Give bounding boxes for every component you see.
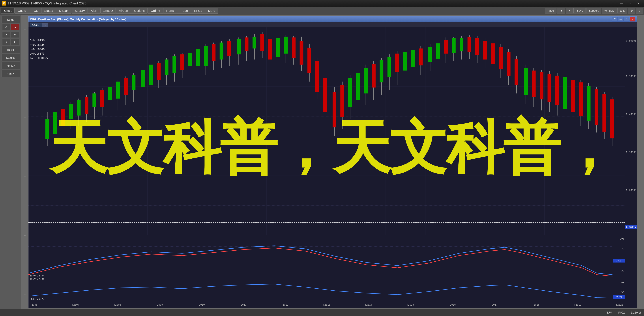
svg-rect-120 bbox=[475, 38, 479, 55]
cross-icon: + bbox=[24, 28, 26, 31]
ctrl-btn-exit[interactable]: Exit bbox=[617, 8, 627, 14]
rescl-button[interactable]: ReScl bbox=[2, 46, 20, 53]
menu-item-quote[interactable]: Quote bbox=[15, 8, 29, 14]
arrow-left2-button[interactable]: ◄ bbox=[2, 39, 10, 45]
ctrl-btn-x[interactable]: ◄ bbox=[557, 8, 565, 14]
ssd-value-label: SSD= 17.46 bbox=[30, 277, 44, 280]
menu-item-ts[interactable]: T&S bbox=[29, 8, 41, 14]
svg-rect-84 bbox=[332, 92, 336, 127]
svg-rect-56 bbox=[220, 43, 224, 60]
svg-rect-74 bbox=[292, 37, 296, 58]
menu-item-news[interactable]: News bbox=[163, 8, 177, 14]
x-label-2010: |2010 bbox=[198, 303, 205, 306]
svg-rect-80 bbox=[315, 61, 319, 92]
chart-minimize-button[interactable]: — bbox=[618, 17, 624, 22]
menu-item-chart[interactable]: Chart bbox=[1, 8, 14, 14]
svg-rect-32 bbox=[124, 78, 128, 95]
svg-rect-68 bbox=[268, 39, 272, 60]
svg-rect-58 bbox=[228, 41, 231, 56]
menu-item-supsrv[interactable]: SupSrv bbox=[72, 8, 88, 14]
ctrl-btn-x[interactable]: ⚙ bbox=[628, 8, 636, 14]
svg-rect-130 bbox=[514, 59, 518, 85]
print-button[interactable]: 🖨 bbox=[2, 24, 10, 30]
svg-rect-136 bbox=[540, 72, 544, 99]
svg-rect-48 bbox=[188, 53, 192, 66]
ssk-value-box: 18.9 bbox=[613, 259, 625, 262]
ctrl-btn-window[interactable]: Window bbox=[602, 8, 617, 14]
menu-item-ordtkt[interactable]: OrdTkt bbox=[148, 8, 163, 14]
x-label-2018: |2018 bbox=[532, 303, 540, 306]
svg-rect-152 bbox=[602, 94, 606, 132]
ctrl-btn-x[interactable]: ► bbox=[566, 8, 574, 14]
svg-rect-66 bbox=[260, 34, 264, 51]
price-scale: 0.60000 0.50000 0.40000 0.30000 0.20000 … bbox=[625, 27, 637, 265]
minimize-button[interactable]: — bbox=[618, 1, 626, 6]
ctrl-btn-page[interactable]: Page bbox=[545, 8, 556, 14]
x-label-2008: |2008 bbox=[114, 303, 121, 306]
arrow-right-button[interactable]: ► bbox=[11, 32, 19, 38]
svg-rect-38 bbox=[149, 65, 153, 85]
account-id: P002 bbox=[618, 311, 625, 314]
svg-rect-90 bbox=[356, 73, 360, 100]
app-icon: C bbox=[2, 1, 6, 6]
price-0.50: 0.50000 bbox=[626, 75, 636, 78]
svg-rect-134 bbox=[532, 71, 536, 97]
maximize-button[interactable]: □ bbox=[626, 1, 634, 6]
chart-close-button[interactable]: × bbox=[630, 17, 635, 22]
x-label-2011: |2011 bbox=[239, 303, 246, 306]
svg-rect-40 bbox=[157, 63, 161, 80]
ctrl-btn-x[interactable]: ? bbox=[636, 8, 643, 14]
arrow-right2-button[interactable]: ► bbox=[11, 39, 19, 45]
menu-item-alert[interactable]: Alert bbox=[88, 8, 100, 14]
cross-icon: + bbox=[24, 87, 26, 90]
menu-item-allcon[interactable]: AllCon bbox=[116, 8, 131, 14]
menu-item-snapq[interactable]: SnapQ bbox=[100, 8, 116, 14]
price-0.30: 0.30000 bbox=[626, 151, 636, 154]
num-indicator: NUM bbox=[606, 311, 612, 314]
intd-button[interactable]: <IntD> bbox=[2, 62, 20, 69]
menu-item-rfqs[interactable]: RFQs bbox=[191, 8, 205, 14]
chart-maximize-button[interactable]: □ bbox=[624, 17, 629, 22]
list-button[interactable]: <list> bbox=[2, 70, 20, 77]
setup-button[interactable]: Setup bbox=[2, 16, 20, 23]
cross-icon: + bbox=[24, 293, 26, 296]
chart-ohlc-info: O=0.18150 H=0.18435 L=0.18040 L=0.18175 … bbox=[30, 38, 48, 60]
svg-rect-42 bbox=[165, 59, 168, 75]
svg-rect-92 bbox=[364, 68, 368, 93]
svg-rect-12 bbox=[46, 119, 49, 139]
svg-rect-102 bbox=[403, 52, 407, 71]
menu-item-more[interactable]: More bbox=[205, 8, 218, 14]
status-bar: NUM P002 11:39:18 bbox=[0, 309, 644, 316]
ssk-scale-75: 75 bbox=[621, 248, 624, 251]
ssk-indicator-area: SSt... 100 75 50 25 18.9 SSK= 18.94 SSD=… bbox=[28, 235, 625, 281]
cross-icon: + bbox=[24, 175, 26, 179]
menu-item-status[interactable]: Status bbox=[41, 8, 56, 14]
svg-rect-34 bbox=[132, 75, 136, 90]
ssk-scale-100: 100 bbox=[620, 237, 624, 240]
studies-button[interactable]: Studies bbox=[2, 54, 20, 61]
price-0.60: 0.60000 bbox=[626, 39, 636, 42]
menu-item-options[interactable]: Options bbox=[131, 8, 148, 14]
menu-item-trade[interactable]: Trade bbox=[177, 8, 191, 14]
chart-window-controls: ? — □ × bbox=[612, 17, 635, 22]
svg-rect-88 bbox=[348, 78, 352, 107]
chart-tab-br6m[interactable]: BR6.M bbox=[30, 23, 42, 27]
svg-rect-110 bbox=[436, 43, 440, 59]
menu-item-mscan[interactable]: MScan bbox=[56, 8, 72, 14]
x-label-2015: |2015 bbox=[407, 303, 414, 306]
ctrl-btn-support[interactable]: Support bbox=[586, 8, 601, 14]
x-label-2013: |2013 bbox=[323, 303, 330, 306]
svg-rect-30 bbox=[116, 82, 120, 99]
arrow-left-button[interactable]: ◄ bbox=[2, 32, 10, 38]
chart-tabs: BR6.M × bbox=[28, 22, 637, 27]
close-button[interactable]: ✕ bbox=[634, 1, 642, 6]
ctrl-btn-save[interactable]: Save bbox=[574, 8, 586, 14]
chart-tab-x[interactable]: × bbox=[42, 23, 48, 27]
svg-rect-62 bbox=[245, 37, 248, 51]
record-button[interactable]: ● bbox=[11, 24, 19, 30]
svg-rect-116 bbox=[460, 38, 464, 52]
chart-help-button[interactable]: ? bbox=[612, 17, 618, 22]
chart-window: BR6 - Brazilian Real (Globex), Monthly C… bbox=[28, 16, 637, 308]
candlestick-chart bbox=[28, 27, 625, 265]
svg-rect-124 bbox=[491, 43, 495, 64]
